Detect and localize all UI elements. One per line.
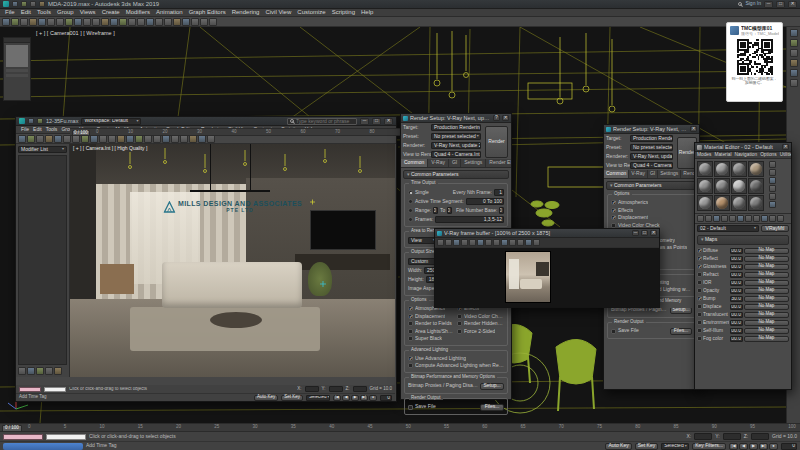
- map-amount-field[interactable]: 100.0: [730, 304, 743, 310]
- selection-set-dropdown[interactable]: Selected: [661, 443, 689, 450]
- menu-item[interactable]: Tools: [37, 9, 51, 16]
- material-editor-titlebar[interactable]: Material Editor - 02 - Default ✕: [695, 143, 791, 152]
- map-checkbox[interactable]: [697, 320, 702, 325]
- toolbar-icon[interactable]: [128, 18, 136, 26]
- material-tool-icon[interactable]: [705, 215, 712, 222]
- z-coordinate-field[interactable]: [751, 433, 769, 440]
- toolbar-icon[interactable]: [29, 18, 37, 26]
- target-dropdown[interactable]: Production Rendering Mode: [431, 124, 481, 131]
- set-key-button[interactable]: Set Key: [281, 395, 303, 401]
- show-end-result-icon[interactable]: [27, 367, 35, 375]
- toolbar-icon[interactable]: [209, 18, 217, 26]
- y-coordinate-field[interactable]: [329, 386, 343, 392]
- render-setup-tab[interactable]: Common: [604, 170, 629, 178]
- toolbar-icon[interactable]: [56, 18, 64, 26]
- material-sample-slot[interactable]: [697, 178, 713, 194]
- menu-item[interactable]: File: [5, 9, 15, 16]
- search-box[interactable]: [287, 118, 357, 125]
- menu-item[interactable]: File: [21, 127, 29, 133]
- signin-label[interactable]: Sign In: [745, 1, 761, 7]
- material-tool-icon[interactable]: [769, 193, 776, 200]
- view-to-render-dropdown[interactable]: Quad 4 - Camera.Int: [431, 151, 481, 158]
- time-slider[interactable]: 0 / 100 0102030405060708090100: [70, 128, 450, 136]
- frame-buffer-tool-icon[interactable]: [461, 239, 468, 246]
- option-checkbox[interactable]: [611, 223, 616, 228]
- option-checkbox[interactable]: [457, 321, 462, 326]
- help-icon[interactable]: ?: [493, 115, 500, 121]
- toolbar-icon[interactable]: [45, 135, 53, 143]
- preset-dropdown[interactable]: No preset selected: [630, 144, 673, 151]
- close-icon[interactable]: ✕: [502, 115, 509, 121]
- camera-viewport[interactable]: MILLS DESIGN AND ASSOCIATES PTE LTD [ +: [70, 144, 395, 377]
- time-slider-handle[interactable]: 0 / 100: [72, 130, 90, 136]
- command-panel-tab-icon[interactable]: [790, 29, 798, 37]
- toolbar-icon[interactable]: [36, 135, 44, 143]
- modifier-stack[interactable]: [18, 155, 67, 365]
- toolbar-icon[interactable]: [146, 18, 154, 26]
- z-coordinate-field[interactable]: [353, 386, 367, 392]
- maximize-icon[interactable]: □: [641, 230, 648, 236]
- frame-buffer-tool-icon[interactable]: [477, 239, 484, 246]
- frame-buffer-tool-icon[interactable]: [517, 239, 524, 246]
- option-checkbox[interactable]: [408, 329, 413, 334]
- map-amount-field[interactable]: 100.0: [730, 312, 743, 318]
- render-setup-tab[interactable]: Settings: [461, 159, 486, 167]
- map-checkbox[interactable]: [697, 312, 702, 317]
- maxscript-mini-listener-white[interactable]: [44, 387, 66, 392]
- workspace-selector[interactable]: Workspace: Default: [81, 118, 141, 125]
- menu-item[interactable]: Rendering: [232, 9, 260, 16]
- frame-buffer-tool-icon[interactable]: [485, 239, 492, 246]
- map-checkbox[interactable]: [697, 336, 702, 341]
- command-panel-tab-icon[interactable]: [790, 49, 798, 57]
- add-time-tag[interactable]: Add Time Tag: [86, 443, 116, 449]
- timeline-ruler[interactable]: 0102030405060708090100: [96, 130, 446, 135]
- render-setup-tab[interactable]: Settings: [658, 170, 681, 178]
- menu-item[interactable]: Modes: [697, 152, 711, 157]
- toolbar-icon[interactable]: [200, 18, 208, 26]
- maxscript-mini-listener-pink[interactable]: [19, 387, 41, 392]
- material-tool-icon[interactable]: [737, 215, 744, 222]
- new-scene-icon[interactable]: [12, 1, 18, 7]
- common-parameters-rollout[interactable]: Common Parameters: [403, 170, 509, 180]
- material-tool-icon[interactable]: [769, 177, 776, 184]
- option-checkbox[interactable]: [457, 329, 462, 334]
- toolbar-icon[interactable]: [182, 18, 190, 26]
- transport-icon[interactable]: ●: [769, 443, 778, 450]
- minimize-icon[interactable]: ─: [360, 118, 369, 125]
- pin-stack-icon[interactable]: [18, 367, 26, 375]
- toolbar-icon[interactable]: [110, 18, 118, 26]
- material-tool-icon[interactable]: [777, 215, 784, 222]
- option-checkbox[interactable]: [408, 306, 413, 311]
- menu-item[interactable]: Material: [714, 152, 731, 157]
- toolbar-icon[interactable]: [83, 18, 91, 26]
- second-max-window[interactable]: 12-35Fu.max Workspace: Default ─ □ ✕ Fil…: [15, 116, 397, 402]
- frame-buffer-tool-icon[interactable]: [469, 239, 476, 246]
- save-file-icon[interactable]: [28, 118, 34, 124]
- transport-controls[interactable]: |◀◀▶▶|●: [333, 395, 377, 401]
- close-icon[interactable]: ✕: [782, 144, 789, 150]
- time-slider[interactable]: 0 / 100 05101520253035404550556065707580…: [0, 423, 800, 432]
- close-icon[interactable]: ✕: [788, 1, 797, 8]
- minimize-icon[interactable]: ─: [632, 230, 639, 236]
- material-sample-slot[interactable]: [714, 178, 730, 194]
- close-icon[interactable]: ✕: [690, 126, 697, 132]
- map-amount-field[interactable]: 100.0: [730, 248, 743, 254]
- viewport-label[interactable]: [ + ] [ Camera.Int ] [ High Quality ]: [73, 146, 147, 152]
- x-coordinate-field[interactable]: [694, 433, 712, 440]
- toolbar-icon[interactable]: [173, 18, 181, 26]
- command-panel-tab-icon[interactable]: [790, 79, 798, 87]
- map-slot-button[interactable]: No Map: [744, 248, 789, 254]
- material-tool-icon[interactable]: [713, 215, 720, 222]
- preset-dropdown[interactable]: No preset selected: [431, 133, 481, 140]
- toolbar-icon[interactable]: [20, 18, 28, 26]
- render-setup-tab[interactable]: GI: [449, 159, 461, 167]
- transport-icon[interactable]: ◀: [342, 395, 350, 401]
- map-slot-button[interactable]: No Map: [744, 336, 789, 342]
- set-key-button[interactable]: Set Key: [635, 443, 659, 450]
- menu-item[interactable]: Create: [102, 9, 120, 16]
- option-checkbox[interactable]: [457, 314, 462, 319]
- maximize-icon[interactable]: □: [372, 118, 381, 125]
- material-sample-slot[interactable]: [697, 161, 713, 177]
- minimize-icon[interactable]: ─: [764, 1, 773, 8]
- render-setup-tab[interactable]: Common: [401, 159, 428, 167]
